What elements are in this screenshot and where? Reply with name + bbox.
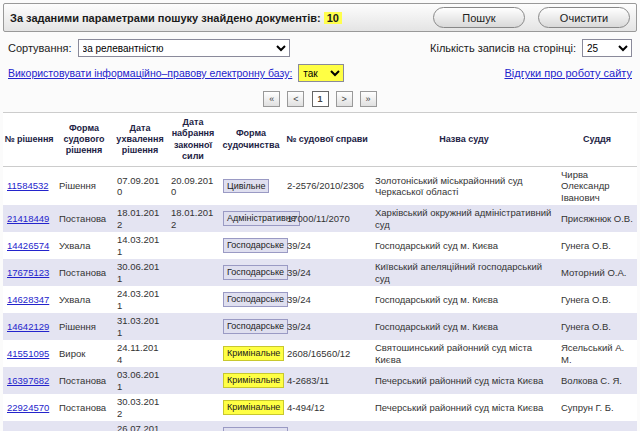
- decision-number-cell: 11584532: [3, 167, 55, 206]
- sort-label: Сортування:: [8, 42, 72, 54]
- feedback-link[interactable]: Відгуки про роботу сайту: [504, 67, 632, 79]
- table-row: 16397682Постанова03.06.2011Кримінальне4-…: [3, 367, 637, 394]
- results-summary: За заданими параметрами пошуку знайдено …: [10, 12, 342, 24]
- judge-cell: Присяжнюк О.В.: [557, 205, 637, 232]
- date-adopted-cell: 24.11.2014: [113, 340, 167, 367]
- date-adopted-cell: 14.03.2011: [113, 232, 167, 259]
- judge-cell: Гунега О.В.: [557, 286, 637, 313]
- date-adopted-cell: 24.03.2011: [113, 286, 167, 313]
- judiciary-form-highlighted: Кримінальне: [223, 346, 284, 361]
- date-adopted-cell: 30.06.2011: [113, 259, 167, 286]
- case-number-cell: 39/24: [283, 259, 371, 286]
- results-table: № рішенняФорма судового рішенняДата ухва…: [3, 112, 637, 431]
- sort-row: Сортування: за релевантністю Кількість з…: [0, 32, 640, 57]
- judiciary-form-cell: Господарське: [219, 232, 283, 259]
- judiciary-form-value: Господарське: [223, 238, 288, 253]
- clear-button[interactable]: Очистити: [538, 7, 630, 28]
- legal-base-select[interactable]: так: [298, 64, 344, 82]
- date-valid-cell: [167, 394, 219, 421]
- decision-link[interactable]: 14628347: [7, 294, 49, 305]
- decision-link[interactable]: 11584532: [7, 180, 49, 191]
- per-page-label: Кількість записів на сторінці:: [430, 42, 576, 54]
- table-header-row: № рішенняФорма судового рішенняДата ухва…: [3, 113, 637, 167]
- judiciary-form-cell: Господарське: [219, 313, 283, 340]
- column-header: № рішення: [3, 113, 55, 167]
- judiciary-form-cell: Господарське: [219, 259, 283, 286]
- court-name-cell: Господарський суд м. Києва: [371, 313, 557, 340]
- decision-form-cell: Постанова: [55, 421, 113, 431]
- column-header: Форма судового рішення: [55, 113, 113, 167]
- judge-cell: Моторний О.А.: [557, 259, 637, 286]
- decision-form-cell: Ухвала: [55, 232, 113, 259]
- case-number-cell: 39/24: [283, 313, 371, 340]
- date-valid-cell: [167, 340, 219, 367]
- pagination: « < 1 > »: [0, 91, 640, 107]
- page-last-button[interactable]: »: [360, 91, 377, 107]
- column-header: № судової справи: [283, 113, 371, 167]
- decision-link[interactable]: 17675123: [7, 267, 49, 278]
- decision-number-cell: 14642129: [3, 313, 55, 340]
- decision-link[interactable]: 16397682: [7, 375, 49, 386]
- judiciary-form-value: Господарське: [223, 319, 288, 334]
- judge-cell: Волкова С. Я.: [557, 367, 637, 394]
- search-button[interactable]: Пошук: [433, 7, 525, 28]
- decision-number-cell: 16397682: [3, 367, 55, 394]
- date-adopted-cell: 03.06.2011: [113, 367, 167, 394]
- decision-form-cell: Вирок: [55, 340, 113, 367]
- table-row: 14628347Ухвала24.03.2011Господарське39/2…: [3, 286, 637, 313]
- judiciary-form-cell: Адміністративне: [219, 205, 283, 232]
- decision-number-cell: 24982519: [3, 421, 55, 431]
- table-row: 14426574Ухвала14.03.2011Господарське39/2…: [3, 232, 637, 259]
- decision-link[interactable]: 14426574: [7, 240, 49, 251]
- case-number-cell: 17000/11/2070: [283, 205, 371, 232]
- legal-base-row: Використовувати інформаційно–правову еле…: [0, 57, 640, 82]
- table-row: 22924570Постанова30.03.2012Кримінальне4-…: [3, 394, 637, 421]
- page-1-button[interactable]: 1: [312, 91, 329, 107]
- date-valid-cell: [167, 367, 219, 394]
- case-number-cell: 4-2683/11: [283, 367, 371, 394]
- judge-cell: Ясельський А. М.: [557, 340, 637, 367]
- judiciary-form-cell: Кримінальне: [219, 367, 283, 394]
- judiciary-form-value: Господарське: [223, 292, 288, 307]
- judiciary-form-cell: Кримінальне: [219, 394, 283, 421]
- page-first-button[interactable]: «: [263, 91, 280, 107]
- table-row: 21418449Постанова18.01.201218.01.2012Адм…: [3, 205, 637, 232]
- per-page-select[interactable]: 25: [582, 39, 632, 57]
- judiciary-form-cell: Господарське: [219, 286, 283, 313]
- column-header: Суддя: [557, 113, 637, 167]
- judiciary-form-value: Цивільне: [223, 179, 269, 194]
- table-row: 24982519Постанова26.07.2011Господарське7…: [3, 421, 637, 431]
- table-row: 41551095Вирок24.11.2014Кримінальне2608/1…: [3, 340, 637, 367]
- judiciary-form-highlighted: Кримінальне: [223, 373, 284, 388]
- decision-link[interactable]: 41551095: [7, 348, 49, 359]
- sort-select[interactable]: за релевантністю: [78, 39, 290, 57]
- results-count: 10: [324, 12, 342, 24]
- case-number-cell: 2-2576/2010/2306: [283, 167, 371, 206]
- court-name-cell: Святошинський районний суд міста Києва: [371, 340, 557, 367]
- decision-link[interactable]: 14642129: [7, 321, 49, 332]
- page-next-button[interactable]: >: [336, 91, 353, 107]
- decision-link[interactable]: 21418449: [7, 213, 49, 224]
- decision-number-cell: 22924570: [3, 394, 55, 421]
- judiciary-form-highlighted: Кримінальне: [223, 400, 284, 415]
- court-name-cell: Вищий господарський суд України: [371, 421, 557, 431]
- judge-cell: Гунега О.В.: [557, 313, 637, 340]
- decision-form-cell: Рішення: [55, 167, 113, 206]
- case-number-cell: 39/24: [283, 232, 371, 259]
- judiciary-form-cell: Господарське: [219, 421, 283, 431]
- decision-link[interactable]: 22924570: [7, 402, 49, 413]
- page-prev-button[interactable]: <: [287, 91, 304, 107]
- decision-form-cell: Постанова: [55, 367, 113, 394]
- decision-form-cell: Постанова: [55, 259, 113, 286]
- decision-number-cell: 17675123: [3, 259, 55, 286]
- decision-number-cell: 14628347: [3, 286, 55, 313]
- legal-base-link[interactable]: Використовувати інформаційно–правову еле…: [8, 67, 292, 79]
- results-label: За заданими параметрами пошуку знайдено …: [10, 12, 321, 24]
- case-number-cell: 2608/16560/12: [283, 340, 371, 367]
- judiciary-form-value: Господарське: [223, 427, 288, 431]
- court-name-cell: Харківський окружний адміністративний су…: [371, 205, 557, 232]
- table-row: 14642129Рішення31.03.2011Господарське39/…: [3, 313, 637, 340]
- date-valid-cell: [167, 421, 219, 431]
- court-name-cell: Київський апеляційний господарський суд: [371, 259, 557, 286]
- case-number-cell: 39/24: [283, 286, 371, 313]
